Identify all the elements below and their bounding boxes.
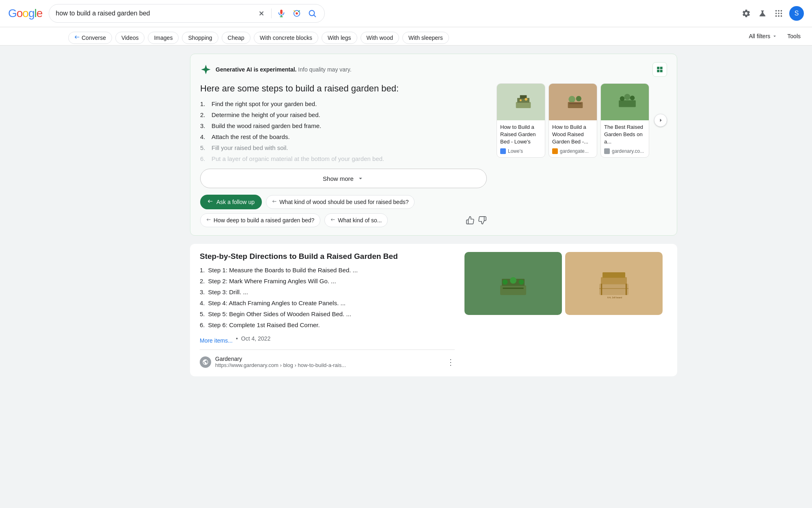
filter-chip-sleepers[interactable]: With sleepers: [402, 32, 449, 44]
ai-step-2: 2. Determine the height of your raised b…: [200, 111, 487, 118]
settings-button[interactable]: [741, 8, 752, 19]
follow-chip-label-3: What kind of so...: [338, 217, 382, 224]
voice-search-button[interactable]: [276, 8, 287, 19]
svg-point-33: [624, 94, 631, 100]
result-text: Step-by-Step Directions to Build a Raise…: [200, 252, 455, 368]
result-date: •: [236, 335, 238, 342]
header-right: S: [741, 6, 804, 21]
filter-chip-legs[interactable]: With legs: [322, 32, 357, 44]
filter-chip-wood[interactable]: With wood: [361, 32, 399, 44]
ai-body: Here are some steps to build a raised ga…: [200, 83, 667, 227]
result-title: Step-by-Step Directions to Build a Raise…: [200, 252, 455, 261]
follow-chip-3[interactable]: What kind of so...: [324, 213, 388, 227]
result-step-2: 2. Step 2: Mark Where Framing Angles Wil…: [200, 278, 455, 284]
result-image-1[interactable]: [464, 252, 562, 315]
filter-label-wood: With wood: [367, 35, 393, 41]
source-icon-1: [500, 148, 506, 154]
thumbs-up-button[interactable]: [466, 216, 475, 225]
ai-layout-button[interactable]: [652, 62, 667, 77]
ai-step-4: 4. Attach the rest of the boards.: [200, 133, 487, 140]
apps-button[interactable]: [773, 8, 784, 19]
ai-step-1: 1. Find the right spot for your garden b…: [200, 100, 487, 107]
more-items-link[interactable]: More items...: [200, 337, 233, 344]
source-icon-2: [552, 148, 558, 154]
tools-button[interactable]: Tools: [784, 30, 804, 42]
result-step-3: 3. Step 3: Drill. ...: [200, 289, 455, 295]
svg-point-27: [568, 96, 575, 103]
ai-image-card-1[interactable]: How to Build a Raised Garden Bed - Lowe'…: [497, 83, 545, 158]
ai-text: Here are some steps to build a raised ga…: [200, 83, 487, 227]
google-search-button[interactable]: [307, 8, 318, 19]
ai-image-1: [497, 84, 545, 120]
ai-image-3: [601, 84, 649, 120]
filter-chip-shopping[interactable]: Shopping: [182, 32, 218, 44]
ask-follow-up-button[interactable]: Ask a follow up: [200, 195, 262, 209]
svg-point-16: [778, 15, 780, 17]
all-filters-button[interactable]: All filters: [745, 30, 781, 42]
filter-label-cheap: Cheap: [228, 35, 244, 41]
source-menu-button[interactable]: ⋮: [447, 357, 455, 367]
lens-search-button[interactable]: [291, 8, 302, 19]
caption-source-3: gardenary.co...: [604, 148, 646, 154]
source-info: Gardenary https://www.gardenary.com › bl…: [215, 356, 346, 368]
filter-chip-videos[interactable]: Videos: [115, 32, 145, 44]
filter-label-images: Images: [154, 35, 173, 41]
svg-rect-45: [626, 284, 627, 295]
search-bar[interactable]: [49, 4, 325, 23]
ai-step-5: 5. Fill your raised bed with soil.: [200, 144, 487, 151]
ai-label-rest: Info quality may vary.: [296, 66, 351, 73]
follow-chip-1[interactable]: What kind of wood should be used for rai…: [266, 195, 415, 209]
caption-title-2: How to Build a Wood Raised Garden Bed -.…: [552, 124, 594, 146]
result-images-row: 6-ft, 2x8 board: [464, 252, 667, 315]
ai-images: How to Build a Raised Garden Bed - Lowe'…: [497, 83, 667, 227]
show-more-button[interactable]: Show more: [200, 169, 487, 188]
ai-image-card-2[interactable]: How to Build a Wood Raised Garden Bed -.…: [549, 83, 597, 158]
ai-label-bold: Generative AI is experimental.: [216, 66, 296, 73]
thumbs-down-button[interactable]: [478, 216, 487, 225]
svg-rect-29: [568, 102, 583, 108]
follow-chip-2[interactable]: How deep to build a raised garden bed?: [200, 213, 320, 227]
svg-rect-41: [599, 284, 628, 295]
search-input[interactable]: [56, 10, 253, 17]
next-images-button[interactable]: [654, 114, 667, 127]
svg-point-37: [503, 279, 508, 284]
svg-point-17: [781, 15, 782, 17]
result-image-2[interactable]: 6-ft, 2x8 board: [565, 252, 663, 315]
filter-chip-concrete-blocks[interactable]: With concrete blocks: [254, 32, 318, 44]
svg-rect-22: [516, 102, 531, 108]
avatar[interactable]: S: [789, 6, 804, 21]
svg-point-25: [520, 99, 522, 101]
labs-button[interactable]: [757, 8, 768, 19]
svg-rect-40: [503, 287, 523, 289]
filter-chip-cheap[interactable]: Cheap: [222, 32, 251, 44]
ai-card: Generative AI is experimental. Info qual…: [190, 54, 677, 236]
svg-point-12: [775, 13, 777, 14]
svg-point-32: [620, 96, 625, 101]
ai-spark-icon: [200, 64, 212, 75]
svg-point-14: [781, 13, 782, 14]
caption-source-1: Lowe's: [500, 148, 542, 154]
ai-image-card-3[interactable]: The Best Raised Garden Beds on a... gard…: [600, 83, 649, 158]
ai-step-3: 3. Build the wood raised garden bed fram…: [200, 122, 487, 129]
google-logo: Google: [8, 7, 42, 20]
svg-point-34: [630, 96, 635, 100]
svg-point-28: [576, 96, 581, 101]
source-name-3: gardenary.co...: [612, 148, 644, 154]
svg-rect-18: [657, 67, 659, 69]
svg-rect-23: [517, 98, 529, 103]
ai-image-caption-1: How to Build a Raised Garden Bed - Lowe'…: [497, 120, 545, 157]
filter-chip-images[interactable]: Images: [148, 32, 179, 44]
ai-card-header: Generative AI is experimental. Info qual…: [200, 62, 667, 77]
clear-search-button[interactable]: [256, 8, 267, 19]
result-images: 6-ft, 2x8 board: [464, 252, 667, 368]
result-step-4: 4. Step 4: Attach Framing Angles to Crea…: [200, 300, 455, 306]
follow-chip-label-1: What kind of wood should be used for rai…: [279, 199, 408, 205]
svg-rect-21: [660, 70, 663, 72]
svg-point-38: [510, 277, 516, 284]
source-name-2: gardengate...: [560, 148, 589, 154]
ai-image-caption-3: The Best Raised Garden Beds on a... gard…: [601, 120, 649, 157]
filter-label-shopping: Shopping: [188, 35, 212, 41]
filter-chip-converse[interactable]: Converse: [68, 32, 112, 44]
filters-right: All filters Tools: [745, 30, 804, 45]
caption-title-1: How to Build a Raised Garden Bed - Lowe'…: [500, 124, 542, 146]
